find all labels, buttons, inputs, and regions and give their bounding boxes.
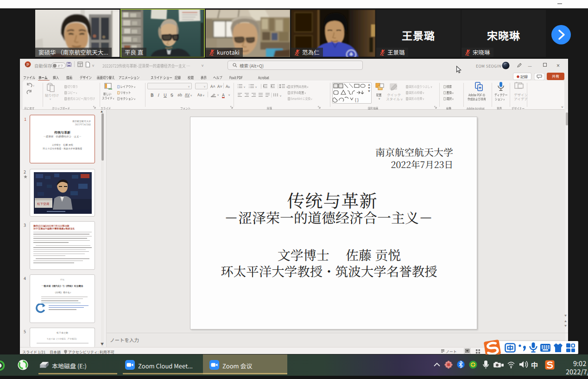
svg-text:{ }: { } bbox=[355, 97, 359, 103]
svg-text:v: v bbox=[244, 85, 246, 89]
svg-text:v: v bbox=[255, 85, 257, 89]
svg-text:P: P bbox=[26, 62, 29, 67]
svg-text:松下空调: 松下空调 bbox=[37, 201, 49, 206]
svg-text:v: v bbox=[280, 93, 282, 98]
